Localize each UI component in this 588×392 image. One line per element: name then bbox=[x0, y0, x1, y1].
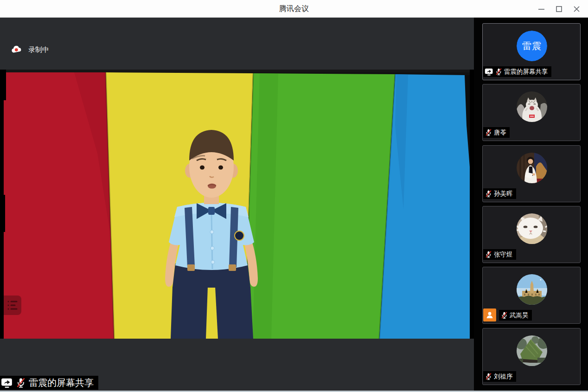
maximize-button[interactable] bbox=[550, 0, 568, 18]
avatar bbox=[517, 213, 547, 244]
participant-label: 孙美晖 bbox=[483, 188, 516, 199]
woman-presenter-avatar-image bbox=[517, 153, 547, 183]
close-icon bbox=[574, 6, 580, 12]
avatar bbox=[517, 91, 547, 122]
person-icon bbox=[486, 311, 494, 319]
participant-tile-leizhen[interactable]: 雷震 bbox=[482, 23, 581, 80]
participant-label: 雷震的屏幕共享 bbox=[483, 66, 551, 77]
minimize-icon bbox=[538, 6, 544, 12]
meeting-window: 腾讯会议 bbox=[0, 0, 588, 392]
mic-muted-icon bbox=[495, 68, 503, 76]
minimize-button[interactable] bbox=[532, 0, 550, 18]
maximize-icon bbox=[556, 6, 562, 12]
participants-sidebar: 雷震 bbox=[474, 18, 588, 392]
list-tool-icon bbox=[6, 299, 19, 312]
palace-avatar-image bbox=[517, 274, 547, 305]
avatar: 雷震 bbox=[517, 31, 547, 61]
mic-muted-icon bbox=[485, 373, 492, 380]
window-controls bbox=[532, 0, 585, 18]
share-banner-text: 雷震的屏幕共享 bbox=[29, 377, 94, 389]
share-banner: 雷震的屏幕共享 bbox=[0, 376, 98, 390]
participant-label: 张守煜 bbox=[483, 249, 516, 260]
avatar-initials: 雷震 bbox=[517, 31, 547, 61]
participant-label: 刘祖序 bbox=[483, 371, 516, 382]
participant-tile-zhangshouyu[interactable]: 张守煜 bbox=[482, 206, 581, 263]
cat-hoodie-avatar-image bbox=[517, 91, 547, 122]
main-stage: 录制中 bbox=[0, 18, 474, 392]
mic-muted-icon bbox=[485, 251, 492, 258]
mic-muted-icon bbox=[485, 129, 492, 136]
participant-tile-liuzuxu[interactable]: 刘祖序 bbox=[482, 328, 581, 385]
recording-indicator[interactable]: 录制中 bbox=[11, 44, 49, 56]
avatar bbox=[517, 335, 547, 366]
mic-muted-icon bbox=[485, 190, 492, 198]
mic-muted-icon bbox=[500, 311, 508, 319]
participant-tile-sunmeihui[interactable]: 孙美晖 bbox=[482, 145, 581, 202]
recording-label: 录制中 bbox=[28, 45, 49, 54]
participant-name: 武嵩昊 bbox=[510, 311, 529, 320]
avatar bbox=[517, 274, 547, 305]
shared-screen-content bbox=[0, 70, 474, 339]
participant-name: 张守煜 bbox=[494, 250, 513, 259]
participant-name: 唐苓 bbox=[494, 128, 506, 137]
person-badge bbox=[483, 308, 496, 321]
participant-name: 雷震的屏幕共享 bbox=[504, 67, 548, 76]
record-cloud-icon bbox=[11, 45, 22, 54]
mic-muted-icon bbox=[15, 377, 26, 388]
green-roof-house-avatar-image bbox=[517, 335, 547, 366]
screen-share-icon bbox=[1, 377, 13, 389]
participant-label: 唐苓 bbox=[483, 127, 510, 138]
participant-name: 刘祖序 bbox=[494, 372, 513, 381]
window-title: 腾讯会议 bbox=[0, 0, 588, 18]
close-button[interactable] bbox=[568, 0, 585, 18]
participant-tile-tangling[interactable]: 唐苓 bbox=[482, 84, 581, 141]
white-cat-avatar-image bbox=[517, 213, 547, 244]
avatar bbox=[517, 153, 547, 183]
participant-label: 武嵩昊 bbox=[499, 310, 532, 321]
participant-name: 孙美晖 bbox=[494, 189, 513, 198]
shared-photo bbox=[0, 70, 470, 339]
annotation-list-button[interactable] bbox=[4, 296, 21, 315]
titlebar: 腾讯会议 bbox=[0, 0, 588, 18]
participant-tile-wusonghao[interactable]: 武嵩昊 bbox=[482, 267, 581, 324]
screen-share-icon bbox=[485, 67, 493, 76]
